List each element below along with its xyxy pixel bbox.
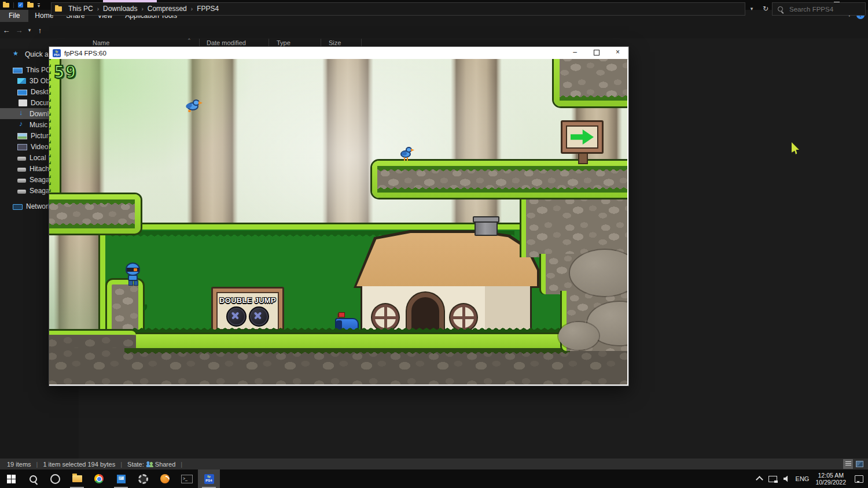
network-icon bbox=[13, 204, 23, 210]
address-bar[interactable]: This PC›Downloads›Compressed›FPPS4 bbox=[51, 2, 745, 16]
upper-left-platform bbox=[49, 194, 141, 234]
column-header-size[interactable]: Size bbox=[329, 39, 341, 46]
status-separator: | bbox=[181, 461, 182, 468]
breadcrumb-separator-icon[interactable]: › bbox=[95, 6, 101, 12]
folder-icon bbox=[55, 6, 62, 12]
tray-date: 10/29/2022 bbox=[815, 479, 846, 486]
language-indicator[interactable]: ENG bbox=[796, 475, 810, 482]
gear-app-button-icon bbox=[138, 474, 148, 484]
game-window-buttons: – × bbox=[564, 47, 628, 58]
game-maximize-button[interactable] bbox=[586, 47, 607, 58]
details-view-button[interactable] bbox=[843, 459, 853, 469]
thumbnail-view-button[interactable] bbox=[855, 459, 865, 469]
network-icon[interactable] bbox=[768, 476, 777, 482]
cube-icon bbox=[17, 78, 26, 84]
start-button-icon bbox=[7, 475, 16, 483]
ground-platform bbox=[131, 334, 565, 349]
column-separator[interactable] bbox=[361, 39, 362, 46]
drive-icon bbox=[17, 168, 26, 172]
column-separator[interactable] bbox=[269, 39, 269, 46]
game-minimize-button[interactable]: – bbox=[564, 47, 586, 58]
selection-count: 1 item selected bbox=[43, 461, 86, 468]
breadcrumb-item-downloads[interactable]: Downloads bbox=[101, 3, 139, 15]
drive-icon bbox=[17, 190, 26, 194]
column-separator[interactable] bbox=[199, 39, 200, 46]
search-button[interactable] bbox=[22, 469, 44, 488]
mid-platform bbox=[372, 161, 627, 198]
breadcrumb-item-fpps4[interactable]: FPPS4 bbox=[194, 3, 221, 15]
customize-toolbar-chevron-icon[interactable]: ▾ bbox=[38, 3, 40, 8]
flying-bird bbox=[186, 98, 203, 113]
search-icon bbox=[778, 6, 783, 12]
refresh-icon[interactable]: ↻ bbox=[763, 5, 768, 13]
house-window bbox=[450, 304, 477, 331]
forward-button[interactable]: → bbox=[13, 26, 25, 35]
breadcrumb-separator-icon[interactable]: › bbox=[189, 6, 194, 12]
file-explorer-button[interactable] bbox=[66, 469, 88, 488]
search-box[interactable] bbox=[772, 2, 866, 16]
right-arrow-icon bbox=[571, 130, 594, 145]
game-viewport[interactable]: DOUBLE JUMP bbox=[49, 59, 627, 385]
music-icon bbox=[17, 121, 26, 128]
shared-people-icon bbox=[146, 461, 153, 467]
game-titlebar[interactable]: fpPS4 fpPS4 FPS:60 bbox=[49, 47, 628, 60]
breadcrumb-item-this-pc[interactable]: This PC bbox=[66, 3, 95, 15]
player-character bbox=[125, 263, 141, 284]
terminal-button[interactable]: >_ bbox=[176, 469, 198, 488]
cross-button-icon bbox=[249, 306, 269, 327]
taskbar-buttons: >_fpPS4 bbox=[0, 469, 868, 488]
search-input[interactable] bbox=[788, 5, 860, 13]
chimney bbox=[475, 220, 498, 236]
chrome-button[interactable] bbox=[88, 469, 110, 488]
breadcrumb-item-compressed[interactable]: Compressed bbox=[145, 3, 189, 15]
gear-app-button[interactable] bbox=[132, 469, 154, 488]
hidden-icons-chevron-icon[interactable] bbox=[756, 476, 763, 483]
action-center-icon[interactable] bbox=[855, 475, 863, 483]
drive-icon bbox=[17, 179, 26, 183]
address-bar-extra: ▾ ↻ bbox=[748, 2, 768, 14]
taskbar: >_fpPS4 ENG 12:05 AM 10/29/2022 bbox=[0, 469, 868, 488]
column-header-name[interactable]: Name bbox=[93, 39, 109, 46]
ribbon-tab-file[interactable]: File bbox=[0, 10, 28, 22]
speaker-icon[interactable] bbox=[784, 476, 789, 482]
arrow-sign bbox=[561, 120, 604, 154]
state-label: State: bbox=[127, 461, 144, 468]
column-header-date-modified[interactable]: Date modified bbox=[207, 39, 246, 46]
download-icon bbox=[17, 110, 26, 117]
column-separator[interactable] bbox=[321, 39, 321, 46]
properties-icon[interactable]: ✓ bbox=[18, 2, 23, 8]
media-app-button[interactable] bbox=[154, 469, 176, 488]
folder-icon[interactable] bbox=[3, 3, 9, 8]
sign-post bbox=[578, 153, 588, 164]
drive-icon bbox=[17, 157, 26, 161]
fpps4-app-icon: fpPS4 bbox=[53, 49, 61, 57]
back-button[interactable]: ← bbox=[0, 26, 13, 35]
fpps4-button[interactable]: fpPS4 bbox=[198, 469, 220, 488]
column-header-type[interactable]: Type bbox=[277, 39, 290, 46]
videos-icon bbox=[17, 144, 27, 150]
photos-button-icon bbox=[117, 475, 126, 483]
star-icon bbox=[13, 50, 21, 58]
pictures-icon bbox=[17, 133, 27, 139]
recent-locations-chevron-icon[interactable]: ▾ bbox=[25, 27, 34, 33]
start-button[interactable] bbox=[0, 469, 22, 488]
double-jump-label: DOUBLE JUMP bbox=[218, 296, 278, 305]
cortana-button[interactable] bbox=[44, 469, 66, 488]
new-folder-icon[interactable] bbox=[27, 3, 34, 8]
clock[interactable]: 12:05 AM 10/29/2022 bbox=[815, 472, 846, 486]
boulder bbox=[558, 322, 599, 350]
photos-button[interactable] bbox=[110, 469, 132, 488]
up-button[interactable]: ↑ bbox=[34, 26, 46, 35]
media-app-button-icon bbox=[160, 474, 170, 483]
game-window: fpPS4 fpPS4 FPS:60 – × bbox=[49, 46, 629, 386]
terminal-button-icon: >_ bbox=[181, 475, 193, 483]
address-dropdown-chevron-icon[interactable]: ▾ bbox=[748, 6, 756, 12]
navigation-bar: ← → ▾ ↑ bbox=[0, 22, 868, 38]
status-bar: 19 items | 1 item selected 194 bytes | S… bbox=[0, 459, 868, 469]
breadcrumb: This PC›Downloads›Compressed›FPPS4 bbox=[66, 3, 221, 15]
breadcrumb-separator-icon[interactable]: › bbox=[139, 6, 145, 12]
house-window bbox=[372, 304, 399, 331]
selection-size: 194 bytes bbox=[87, 461, 115, 468]
grass-fringe bbox=[124, 348, 570, 354]
game-close-button[interactable]: × bbox=[607, 47, 628, 58]
